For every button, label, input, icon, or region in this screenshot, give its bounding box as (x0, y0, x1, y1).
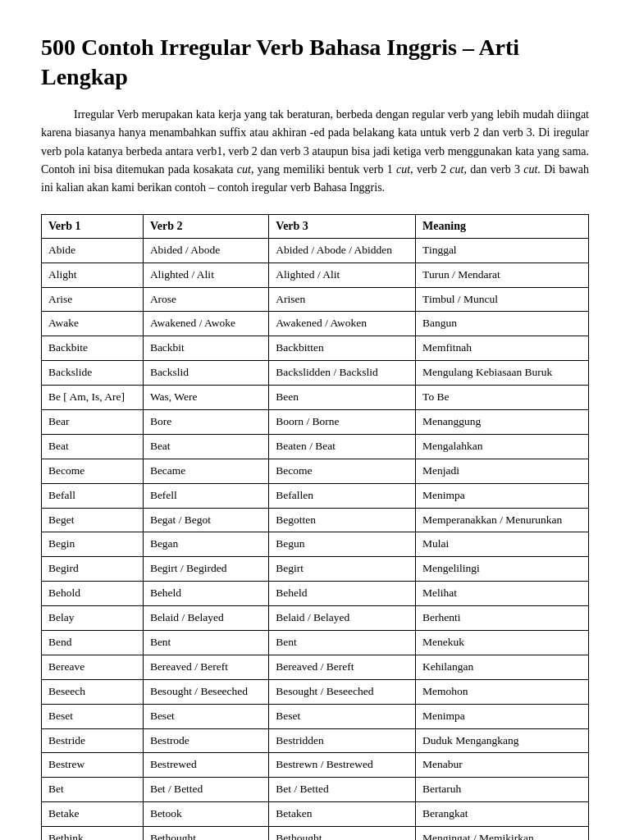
table-row: BesetBesetBesetMenimpa (42, 704, 589, 728)
table-cell: Alighted / Alit (269, 262, 416, 287)
table-cell: Bear (42, 409, 144, 434)
table-cell: Bereaved / Bereft (143, 655, 268, 679)
table-cell: Betake (42, 802, 144, 827)
table-cell: Berangkat (416, 802, 589, 827)
table-cell: Betaken (269, 802, 416, 827)
table-cell: Beset (269, 704, 416, 728)
table-cell: Beat (42, 434, 144, 459)
table-cell: Beheld (269, 582, 416, 606)
table-cell: Become (269, 459, 416, 483)
header-verb3: Verb 3 (269, 214, 416, 238)
table-cell: Menimpa (416, 483, 589, 508)
table-cell: Awakened / Awoke (143, 312, 268, 336)
table-cell: Be [ Am, Is, Are] (42, 386, 144, 410)
table-cell: Bereaved / Bereft (269, 655, 416, 679)
table-cell: Beget (42, 508, 144, 532)
table-row: BecomeBecameBecomeMenjadi (42, 459, 589, 483)
table-cell: Arise (42, 287, 144, 312)
table-row: BereaveBereaved / BereftBereaved / Beref… (42, 655, 589, 679)
table-row: BestrewBestrewedBestrewn / BestrewedMena… (42, 753, 589, 778)
table-row: BearBoreBoorn / BorneMenanggung (42, 409, 589, 434)
table-cell: Bestrode (143, 728, 268, 753)
table-cell: Awake (42, 312, 144, 336)
table-cell: Begird (42, 557, 144, 582)
header-meaning: Meaning (416, 214, 589, 238)
table-cell: Backbit (143, 336, 268, 361)
table-cell: Bertaruh (416, 778, 589, 802)
table-cell: Menanggung (416, 409, 589, 434)
table-cell: Alighted / Alit (143, 262, 268, 287)
table-cell: Begotten (269, 508, 416, 532)
table-cell: Bend (42, 630, 144, 655)
table-cell: Memohon (416, 679, 589, 704)
page-title: 500 Contoh Irregular Verb Bahasa Inggris… (41, 33, 589, 93)
table-cell: Bestrew (42, 753, 144, 778)
table-cell: Backslide (42, 361, 144, 386)
table-cell: Kehilangan (416, 655, 589, 679)
table-cell: Beseech (42, 679, 144, 704)
table-row: BegetBegat / BegotBegottenMemperanakkan … (42, 508, 589, 532)
table-cell: Been (269, 386, 416, 410)
table-cell: Menimpa (416, 704, 589, 728)
header-verb1: Verb 1 (42, 214, 144, 238)
page-container: 500 Contoh Irregular Verb Bahasa Inggris… (41, 33, 589, 840)
table-cell: To Be (416, 386, 589, 410)
table-cell: Menekuk (416, 630, 589, 655)
table-cell: Befell (143, 483, 268, 508)
table-row: AriseAroseArisenTimbul / Muncul (42, 287, 589, 312)
table-row: BelayBelaid / BelayedBelaid / BelayedBer… (42, 606, 589, 631)
table-cell: Bore (143, 409, 268, 434)
table-cell: Berhenti (416, 606, 589, 631)
table-row: BetBet / BettedBet / BettedBertaruh (42, 778, 589, 802)
table-cell: Beset (143, 704, 268, 728)
table-cell: Bestridden (269, 728, 416, 753)
table-row: BetakeBetookBetakenBerangkat (42, 802, 589, 827)
table-cell: Begirt (269, 557, 416, 582)
table-row: BeholdBeheldBeheldMelihat (42, 582, 589, 606)
table-cell: Befall (42, 483, 144, 508)
table-cell: Boorn / Borne (269, 409, 416, 434)
table-cell: Mulai (416, 532, 589, 557)
table-row: BethinkBethoughtBethoughtMengingat / Mem… (42, 827, 589, 840)
table-cell: Mengingat / Memikirkan (416, 827, 589, 840)
table-cell: Beaten / Beat (269, 434, 416, 459)
table-cell: Backslid (143, 361, 268, 386)
table-cell: Timbul / Muncul (416, 287, 589, 312)
table-cell: Backbitten (269, 336, 416, 361)
table-cell: Abided / Abode (143, 238, 268, 262)
table-cell: Befallen (269, 483, 416, 508)
table-cell: Bet (42, 778, 144, 802)
table-cell: Belaid / Belayed (269, 606, 416, 631)
table-cell: Begat / Begot (143, 508, 268, 532)
table-cell: Memperanakkan / Menurunkan (416, 508, 589, 532)
table-cell: Arisen (269, 287, 416, 312)
table-cell: Became (143, 459, 268, 483)
table-cell: Belaid / Belayed (143, 606, 268, 631)
table-row: AwakeAwakened / AwokeAwakened / AwokenBa… (42, 312, 589, 336)
table-row: BeginBeganBegunMulai (42, 532, 589, 557)
table-cell: Menjadi (416, 459, 589, 483)
table-cell: Abide (42, 238, 144, 262)
table-cell: Beheld (143, 582, 268, 606)
table-cell: Menabur (416, 753, 589, 778)
table-cell: Bethought (143, 827, 268, 840)
table-cell: Melihat (416, 582, 589, 606)
table-cell: Bestrewed (143, 753, 268, 778)
table-cell: Bereave (42, 655, 144, 679)
table-cell: Mengelilingi (416, 557, 589, 582)
table-cell: Beset (42, 704, 144, 728)
table-row: BeseechBesought / BeseechedBesought / Be… (42, 679, 589, 704)
table-cell: Bestride (42, 728, 144, 753)
table-row: AlightAlighted / AlitAlighted / AlitTuru… (42, 262, 589, 287)
table-cell: Bestrewn / Bestrewed (269, 753, 416, 778)
table-row: BestrideBestrodeBestriddenDuduk Mengangk… (42, 728, 589, 753)
table-cell: Begirt / Begirded (143, 557, 268, 582)
table-cell: Backslidden / Backslid (269, 361, 416, 386)
table-body: AbideAbided / AbodeAbided / Abode / Abid… (42, 238, 589, 840)
table-cell: Begun (269, 532, 416, 557)
table-row: BackslideBackslidBackslidden / BackslidM… (42, 361, 589, 386)
table-cell: Was, Were (143, 386, 268, 410)
table-cell: Began (143, 532, 268, 557)
table-cell: Backbite (42, 336, 144, 361)
table-cell: Bent (269, 630, 416, 655)
